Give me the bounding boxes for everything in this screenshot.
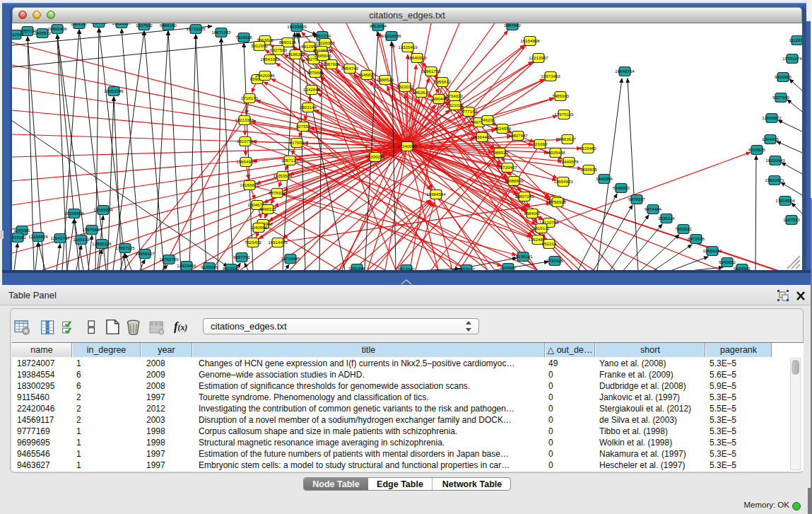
svg-text:1440954: 1440954	[596, 176, 613, 181]
svg-text:1292346: 1292346	[348, 266, 366, 270]
svg-text:6879197: 6879197	[628, 197, 646, 201]
svg-text:9327503: 9327503	[270, 47, 288, 52]
svg-text:10025438: 10025438	[546, 150, 565, 155]
svg-text:10807487: 10807487	[508, 133, 528, 138]
svg-text:8613542: 8613542	[223, 266, 240, 270]
svg-text:1733426: 1733426	[546, 258, 564, 263]
svg-text:16210643: 16210643	[765, 158, 785, 163]
svg-text:2087682: 2087682	[504, 23, 522, 28]
svg-text:1240994: 1240994	[250, 225, 268, 230]
svg-text:9657791: 9657791	[233, 255, 251, 259]
svg-text:18640910: 18640910	[407, 55, 427, 60]
svg-text:2718170: 2718170	[241, 95, 259, 100]
svg-text:3624554: 3624554	[494, 126, 512, 131]
svg-text:16033809: 16033809	[287, 24, 307, 29]
svg-text:15751074: 15751074	[782, 56, 802, 61]
svg-text:3375685: 3375685	[307, 70, 324, 75]
svg-text:1588520: 1588520	[377, 77, 394, 82]
svg-text:9824502: 9824502	[734, 266, 751, 270]
svg-text:19654965: 19654965	[236, 159, 256, 164]
svg-text:621660: 621660	[533, 141, 548, 146]
svg-text:9115460: 9115460	[579, 146, 596, 151]
svg-text:12093872: 12093872	[762, 115, 782, 120]
svg-text:13716485: 13716485	[281, 256, 300, 261]
svg-text:20364486: 20364486	[472, 134, 492, 139]
svg-text:16914479: 16914479	[268, 240, 288, 245]
svg-text:18186328: 18186328	[286, 52, 305, 57]
svg-text:17016504: 17016504	[775, 198, 795, 203]
svg-text:2367608: 2367608	[323, 62, 341, 66]
svg-text:1104567: 1104567	[500, 265, 517, 270]
svg-text:746206: 746206	[481, 117, 495, 122]
svg-text:2603144: 2603144	[300, 105, 317, 110]
svg-text:9245652: 9245652	[719, 259, 736, 264]
svg-text:1112853: 1112853	[789, 37, 802, 42]
svg-text:1610756: 1610756	[237, 139, 254, 144]
svg-text:1862615: 1862615	[413, 90, 430, 95]
svg-text:22449578: 22449578	[559, 159, 579, 164]
svg-text:9684067: 9684067	[524, 211, 541, 216]
svg-text:10654112: 10654112	[702, 248, 722, 253]
svg-text:8454749: 8454749	[341, 66, 359, 71]
svg-text:7632621: 7632621	[675, 226, 693, 231]
svg-text:18807249: 18807249	[514, 194, 534, 199]
svg-text:17240093: 17240093	[397, 144, 417, 148]
svg-text:1990448: 1990448	[430, 96, 448, 101]
svg-text:8613542: 8613542	[398, 267, 416, 270]
svg-text:19218586: 19218586	[382, 33, 401, 38]
svg-text:9474444: 9474444	[645, 206, 662, 211]
svg-text:7625402: 7625402	[245, 240, 262, 245]
svg-text:252214: 252214	[542, 241, 557, 246]
svg-text:12213967: 12213967	[529, 55, 548, 60]
svg-text:16154808: 16154808	[520, 38, 540, 43]
svg-text:13325419: 13325419	[398, 45, 418, 49]
svg-text:3912950: 3912950	[251, 43, 269, 48]
svg-text:5498222: 5498222	[259, 206, 277, 211]
svg-text:8813054: 8813054	[370, 23, 387, 28]
svg-text:11353584: 11353584	[273, 173, 293, 178]
svg-text:7955812: 7955812	[434, 79, 452, 84]
svg-text:1621022: 1621022	[447, 103, 464, 107]
svg-text:16543382: 16543382	[260, 57, 280, 62]
svg-text:8660124: 8660124	[279, 40, 297, 45]
svg-text:f(x): f(x)	[174, 320, 187, 333]
svg-text:12213369: 12213369	[235, 117, 254, 122]
svg-text:10973493: 10973493	[541, 74, 560, 78]
svg-text:8322037: 8322037	[396, 84, 414, 89]
svg-text:7986522: 7986522	[491, 150, 509, 155]
svg-text:9756928: 9756928	[549, 199, 567, 204]
svg-text:7515526: 7515526	[235, 35, 253, 40]
svg-text:1615132: 1615132	[533, 226, 551, 230]
svg-text:17975115: 17975115	[554, 112, 574, 117]
svg-text:3267130: 3267130	[281, 158, 299, 163]
svg-text:15720407: 15720407	[498, 165, 517, 170]
svg-text:9777169: 9777169	[460, 109, 478, 114]
svg-text:7357274: 7357274	[314, 33, 331, 38]
svg-text:19166825: 19166825	[240, 182, 259, 187]
svg-text:1244415: 1244415	[762, 136, 779, 141]
svg-text:9329966: 9329966	[775, 74, 792, 79]
svg-text:10688609: 10688609	[504, 178, 524, 183]
svg-text:15136141: 15136141	[513, 254, 533, 259]
svg-text:24420046: 24420046	[255, 73, 275, 78]
svg-text:9699695: 9699695	[580, 167, 598, 172]
svg-text:15692971: 15692971	[765, 177, 784, 182]
svg-text:13654923: 13654923	[553, 179, 573, 184]
svg-text:8878332: 8878332	[269, 190, 286, 195]
svg-text:417003: 417003	[290, 140, 305, 145]
svg-text:19384554: 19384554	[426, 192, 446, 197]
svg-text:10961758: 10961758	[421, 69, 441, 74]
svg-text:16671355: 16671355	[211, 30, 231, 35]
svg-text:1167533: 1167533	[783, 217, 800, 222]
svg-text:9146821: 9146821	[358, 72, 376, 77]
svg-text:9463627: 9463627	[559, 136, 577, 141]
svg-text:2345546: 2345546	[314, 53, 332, 58]
svg-text:18300295: 18300295	[365, 154, 385, 159]
svg-text:8471676: 8471676	[688, 236, 705, 241]
svg-text:2242848: 2242848	[303, 87, 321, 92]
svg-text:6734022: 6734022	[446, 93, 464, 98]
svg-text:16648764: 16648764	[615, 69, 635, 74]
svg-text:9452012: 9452012	[458, 267, 476, 270]
svg-text:9227349: 9227349	[772, 95, 790, 100]
svg-text:23226058: 23226058	[315, 40, 335, 45]
